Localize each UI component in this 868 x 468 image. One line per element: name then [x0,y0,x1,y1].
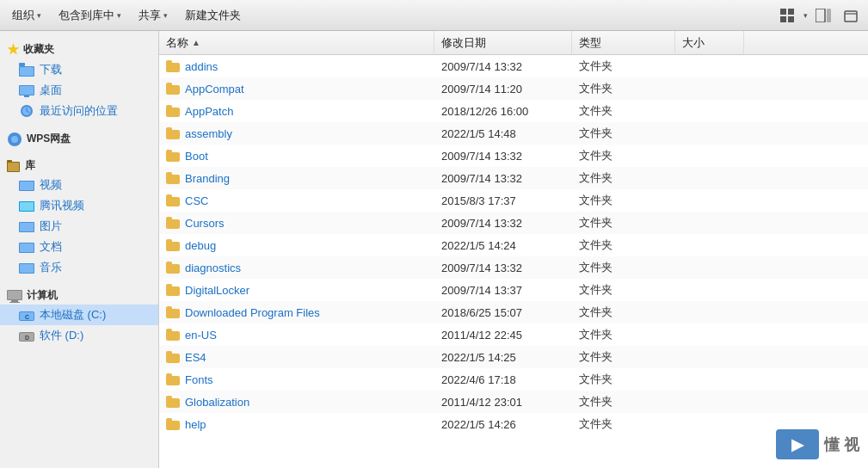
folder-icon [166,351,180,363]
table-row[interactable]: DigitalLocker 2009/7/14 13:37 文件夹 [159,279,868,301]
file-type-cell: 文件夹 [572,170,675,186]
file-name-cell: CSC [159,194,434,207]
sidebar-item-video[interactable]: 视频 [0,175,158,195]
file-name: DigitalLocker [185,284,249,297]
documents-icon [19,240,34,254]
table-row[interactable]: Branding 2009/7/14 13:32 文件夹 [159,167,868,189]
window-icon [844,9,858,22]
file-name: help [185,418,206,431]
library-header[interactable]: 库 [0,155,158,175]
folder-icon [166,60,180,72]
svg-rect-26 [20,202,34,211]
file-type-cell: 文件夹 [572,237,675,253]
organize-button[interactable]: 组织 ▾ [5,4,48,27]
new-folder-button[interactable]: 新建文件夹 [178,4,248,27]
favorites-label: 收藏夹 [23,42,54,57]
sidebar-item-desktop[interactable]: 桌面 [0,80,158,101]
col-type-label: 类型 [579,35,601,51]
column-header: 名称 ▲ 修改日期 类型 大小 [159,31,868,55]
table-row[interactable]: AppCompat 2009/7/14 11:20 文件夹 [159,77,868,100]
computer-label: 计算机 [27,288,58,303]
sidebar-item-documents[interactable]: 文档 [0,237,158,257]
svg-rect-13 [24,95,29,97]
col-size-header[interactable]: 大小 [675,31,744,54]
file-name: ES4 [185,351,206,364]
file-name: Cursors [185,217,225,230]
include-chevron: ▾ [117,11,121,20]
table-row[interactable]: help 2022/1/5 14:26 文件夹 [159,413,868,435]
folder-icon [166,418,180,430]
table-row[interactable]: CSC 2015/8/3 17:37 文件夹 [159,189,868,212]
wps-header[interactable]: WPS网盘 [0,128,158,148]
favorites-header[interactable]: ★ 收藏夹 [0,38,158,59]
table-row[interactable]: assembly 2022/1/5 14:48 文件夹 [159,122,868,145]
file-date-cell: 2011/4/12 23:01 [434,396,572,409]
table-row[interactable]: addins 2009/7/14 13:32 文件夹 [159,55,868,77]
computer-icon [7,289,22,303]
svg-text:D: D [25,335,29,341]
table-row[interactable]: Cursors 2009/7/14 13:32 文件夹 [159,212,868,234]
sidebar-item-drive-c[interactable]: C 本地磁盘 (C:) [0,305,158,325]
file-name: CSC [185,194,208,207]
file-name: en-US [185,329,217,342]
folder-icon [166,217,180,229]
file-name: Globalization [185,396,249,409]
file-name: Boot [185,150,208,163]
file-name: diagnostics [185,262,241,274]
tencent-video-label: 腾讯视频 [40,198,84,213]
svg-rect-5 [827,9,831,22]
file-name-cell: Globalization [159,396,434,409]
file-name-cell: diagnostics [159,262,434,274]
share-button[interactable]: 共享 ▾ [132,4,175,27]
file-list: addins 2009/7/14 13:32 文件夹 AppCompat 200… [159,55,868,468]
col-name-header[interactable]: 名称 ▲ [159,31,434,54]
sidebar-item-recent[interactable]: 最近访问的位置 [0,101,158,121]
watermark: ▶ 懂 视 [776,429,859,459]
file-date-cell: 2009/7/14 13:32 [434,217,572,230]
svg-rect-6 [845,11,857,22]
file-date-cell: 2018/6/25 15:07 [434,306,572,319]
table-row[interactable]: Boot 2009/7/14 13:32 文件夹 [159,145,868,167]
svg-rect-10 [20,67,34,76]
col-type-header[interactable]: 类型 [572,31,675,54]
table-row[interactable]: ES4 2022/1/5 14:25 文件夹 [159,346,868,368]
include-library-button[interactable]: 包含到库中 ▾ [52,4,128,27]
file-type-cell: 文件夹 [572,260,675,275]
view-toggle-button[interactable] [776,4,800,27]
watermark-logo: ▶ [776,429,819,459]
wps-label: WPS网盘 [27,132,71,146]
file-date-cell: 2022/1/5 14:26 [434,418,572,431]
file-date-cell: 2018/12/26 16:00 [434,105,572,118]
window-button[interactable] [839,4,863,27]
sidebar: ★ 收藏夹 下载 桌面 最近 [0,31,159,468]
file-date-cell: 2009/7/14 13:32 [434,262,572,274]
file-name-cell: Cursors [159,217,434,230]
file-name: AppPatch [185,105,233,118]
sidebar-item-music[interactable]: 音乐 [0,257,158,278]
sidebar-item-drive-d[interactable]: D 软件 (D:) [0,325,158,346]
svg-rect-22 [8,163,19,171]
sidebar-item-pictures[interactable]: 图片 [0,216,158,237]
desktop-icon [19,83,34,97]
file-date-cell: 2022/1/5 14:25 [434,351,572,364]
main-layout: ★ 收藏夹 下载 桌面 最近 [0,31,868,468]
preview-pane-button[interactable] [811,4,835,27]
file-name-cell: Boot [159,150,434,163]
col-date-header[interactable]: 修改日期 [434,31,572,54]
table-row[interactable]: diagnostics 2009/7/14 13:32 文件夹 [159,256,868,279]
svg-rect-1 [788,9,794,15]
table-row[interactable]: en-US 2011/4/12 22:45 文件夹 [159,323,868,346]
sidebar-item-download[interactable]: 下载 [0,59,158,80]
table-row[interactable]: Fonts 2022/4/6 17:18 文件夹 [159,368,868,391]
pictures-label: 图片 [40,219,62,234]
table-row[interactable]: Downloaded Program Files 2018/6/25 15:07… [159,301,868,323]
table-row[interactable]: AppPatch 2018/12/26 16:00 文件夹 [159,100,868,122]
music-icon [19,261,34,274]
table-row[interactable]: debug 2022/1/5 14:24 文件夹 [159,234,868,256]
file-name: AppCompat [185,83,244,95]
table-row[interactable]: Globalization 2011/4/12 23:01 文件夹 [159,391,868,413]
computer-header[interactable]: 计算机 [0,285,158,305]
file-type-cell: 文件夹 [572,81,675,96]
content-area: 名称 ▲ 修改日期 类型 大小 addins 2009/7/14 13:32 文… [159,31,868,468]
sidebar-item-tencent-video[interactable]: 腾讯视频 [0,195,158,216]
